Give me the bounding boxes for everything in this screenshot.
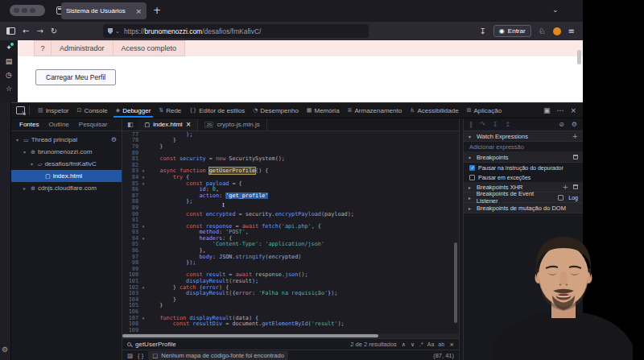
search-toggle-Aa[interactable]: Aa [427,341,435,347]
devtools-tab-aplicacao[interactable]: ⊞Aplicação [463,103,506,118]
checkbox[interactable] [469,165,475,171]
tab-close-icon[interactable]: × [186,121,192,128]
browser-tab[interactable]: Sistema de Usuários × [61,2,147,19]
responsive-mode-icon[interactable]: ▣ [543,106,551,114]
tab-close-icon[interactable]: × [135,7,142,15]
history-clock-icon[interactable]: ◷ [6,71,12,79]
bookmarks-star-icon[interactable]: ☆ [6,85,12,93]
reload-icon[interactable]: ↻ [51,27,57,35]
section-header-breakpoints-dom[interactable]: ▸Breakpoints de mutação do DOM [464,203,583,213]
code-line[interactable]: 108 const resultDiv = document.getElemen… [122,321,459,327]
line-number[interactable]: 109 [122,327,140,333]
ignore-source-icon[interactable]: ▨ [127,352,133,359]
step-in-icon[interactable]: ↧ [493,121,498,128]
tree-item-index-html[interactable]: ▢index.html [11,170,122,182]
pick-element-icon[interactable] [16,106,25,114]
search-next-icon[interactable]: ∨ [411,341,415,348]
url-bar[interactable]: ⌄ https://brunomenozzi.com/desafios/fmKa… [103,24,369,38]
trash-icon[interactable] [573,184,578,189]
devtools-tab-inspetor[interactable]: ▥Inspetor [34,103,73,118]
watch-expression-input[interactable]: Adicionar expressão [464,142,583,152]
download-icon[interactable]: ↧ [479,27,485,35]
extension-icon[interactable]: ♘ [539,27,546,35]
tree-caret-icon[interactable]: ▾ [31,161,35,167]
search-toggle-ab[interactable]: ab [438,341,444,347]
section-header-watch-expressions[interactable]: ▾Watch Expressions+ [464,131,583,142]
signin-button[interactable]: ◉ Entrar [493,25,531,37]
fold-caret-icon[interactable]: ▾ [140,224,147,229]
tree-item-desafios-fmkafivc[interactable]: ▾▱desafios/fmKafivC [11,158,122,170]
sources-tab-fontes[interactable]: Fontes [19,121,39,128]
sources-tab-outline[interactable]: Outline [48,121,68,128]
tree-caret-icon[interactable]: ▸ [23,185,28,191]
code-line[interactable]: 98 }); [122,259,459,266]
devtools-tab-editor-de-estilos[interactable]: {}Editor de estilos [185,103,249,118]
devtools-tab-console[interactable]: ⊡Console [73,103,112,118]
log-checkbox[interactable] [558,195,564,201]
code-line[interactable]: 105 } [122,303,459,309]
fold-caret-icon[interactable]: ▾ [140,175,147,180]
search-input[interactable]: getUserProfile [135,341,176,348]
devtools-tab-desempenho[interactable]: ◔Desempenho [249,103,303,118]
code-line[interactable]: 79 } [122,143,459,150]
tree-caret-icon[interactable]: ▾ [16,137,21,143]
editor-tab-crypto-js-min-js[interactable]: JScrypto-js.min.js [198,118,266,130]
new-tab-button[interactable]: + [153,5,161,16]
ai-sparkle-icon[interactable]: ✦ [6,43,12,52]
search-toggle-[interactable]: .* [419,341,423,347]
devtools-tab-armazenamento[interactable]: ≣Armazenamento [344,103,407,118]
fold-caret-icon[interactable]: ▾ [140,285,147,290]
code-line[interactable]: 78 } [122,138,459,144]
search-prev-icon[interactable]: ∧ [402,341,406,348]
editor-vertical-scrollbar[interactable] [454,242,457,323]
devtools-tab-memoria[interactable]: ▦Memória [303,103,344,118]
section-caret-icon[interactable]: ▾ [469,155,473,160]
window-controls[interactable] [10,5,45,16]
meatball-menu-icon[interactable]: ⋯ [556,106,564,114]
tab-list-chevron-icon[interactable]: ⌄ [552,6,559,14]
shield-icon[interactable] [108,28,113,35]
code-line[interactable]: 88 }; [122,199,459,205]
tabs-box-icon[interactable]: ▤ [6,57,13,65]
tree-item-brunomenozzi-com[interactable]: ▾⊕brunomenozzi.com [11,146,122,158]
devtools-tab-rede[interactable]: ⇅Rede [155,103,185,118]
editor-horizontal-scrollbar[interactable] [122,333,459,338]
code-line[interactable]: 109 [122,327,459,333]
code-line[interactable]: 104 } [122,296,459,303]
settings-gear-icon[interactable]: ⚙ [2,346,8,354]
section-caret-icon[interactable]: ▸ [469,205,473,211]
section-caret-icon[interactable]: ▾ [469,134,473,139]
tree-item-cdnjs-cloudflare-com[interactable]: ▸⊕cdnjs.cloudflare.com [11,182,122,194]
devtools-close-icon[interactable]: × [570,106,576,114]
fold-caret-icon[interactable]: ▾ [140,168,147,173]
code-line[interactable]: 81 const security = new SecuritySystem()… [122,155,459,162]
forward-icon[interactable]: → [36,27,43,35]
debugger-settings-gear-icon[interactable]: ⚙ [572,121,577,128]
section-caret-icon[interactable]: ▸ [469,184,473,190]
search-close-icon[interactable]: × [449,341,454,348]
collapse-sources-icon[interactable]: ◧ [127,121,134,128]
pause-icon[interactable]: ∥ [469,121,473,128]
checkbox[interactable] [469,175,475,180]
fold-caret-icon[interactable]: ▾ [140,316,147,321]
section-header-breakpoints[interactable]: ▾Breakpoints [464,152,583,163]
step-out-icon[interactable]: ↥ [505,121,510,128]
thread-settings-gear-icon[interactable]: ⚙ [111,136,117,143]
menu-icon[interactable]: ≡ [568,27,575,35]
back-icon[interactable]: ← [23,27,29,35]
tree-item-thread-principal[interactable]: ▾▭Thread principal⚙ [11,134,122,146]
breakpoint-option[interactable]: Pausar em exceções [464,172,583,182]
sidebar-toggle-icon[interactable] [6,27,15,35]
add-icon[interactable]: + [562,184,568,190]
fold-caret-icon[interactable]: ▾ [140,236,147,241]
tree-caret-icon[interactable]: ▾ [23,149,28,155]
devtools-tab-debugger[interactable]: ◈Debugger [112,103,155,118]
section-caret-icon[interactable]: ▸ [469,195,473,201]
code-editor[interactable]: 77 );78 }79 }8081 const security = new S… [122,131,459,338]
deactivate-breakpoints-icon[interactable]: ⊘ [559,121,564,128]
page-scrollbar[interactable] [577,50,581,64]
devtools-tab-acessibilidade[interactable]: ♿Acessibilidade [406,103,462,118]
pretty-print-icon[interactable]: { } [138,352,143,359]
code-line[interactable]: 90 const encrypted = security.encryptPay… [122,211,459,217]
step-over-icon[interactable]: ↷ [480,121,485,128]
